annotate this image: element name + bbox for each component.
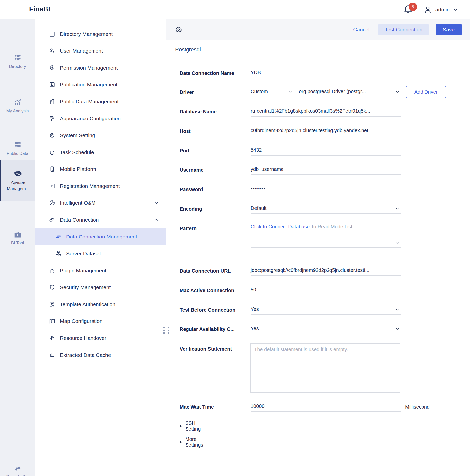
database-name-input[interactable]: ru-central1%2Fb1g8skpblkos03malf3s%2Fetn… xyxy=(251,107,401,117)
directory-list-icon xyxy=(49,31,55,37)
notifications-button[interactable]: 5 xyxy=(403,4,414,16)
sidebar-item-data-connection[interactable]: Data Connection xyxy=(35,211,166,228)
rail-item-my-analysis[interactable]: My Analysis xyxy=(0,98,35,114)
sidebar-item-extracted-data-cache[interactable]: Extracted Data Cache xyxy=(35,347,166,363)
shield-key-icon xyxy=(49,65,55,71)
field-label: Host xyxy=(180,128,250,135)
sidebar-item-label: Data Connection Management xyxy=(66,234,137,240)
sidebar-item-label: System Setting xyxy=(60,132,95,138)
rail-item-system-management[interactable]: System Managem... xyxy=(0,160,35,201)
sidebar-item-task-schedule[interactable]: Task Schedule xyxy=(35,144,166,161)
sidebar-item-intelligent-om[interactable]: Intelligent O&M xyxy=(35,195,166,211)
field-label: Verification Statement xyxy=(180,345,250,352)
sidebar-item-template-authentication[interactable]: Template Authentication xyxy=(35,296,166,313)
sidebar-item-label: Task Schedule xyxy=(60,149,94,155)
max-wait-unit-label: Millisecond xyxy=(405,403,430,410)
sidebar-item-server-dataset[interactable]: Server Dataset xyxy=(35,245,166,262)
host-input[interactable]: c0fbrdjnem92d2p2q5jn.cluster.testing.ydb… xyxy=(251,126,401,136)
password-input[interactable]: •••••••• xyxy=(251,184,401,194)
field-label: Max Active Connection xyxy=(180,287,250,294)
field-label: Encoding xyxy=(180,205,250,212)
ssh-setting-toggle[interactable]: SSH Setting xyxy=(180,420,201,432)
cancel-button[interactable]: Cancel xyxy=(353,27,369,33)
rail-label: System Managem... xyxy=(1,180,35,192)
rail-item-directory[interactable]: Directory xyxy=(0,54,35,70)
sidebar-item-permission-management[interactable]: Permission Management xyxy=(35,59,166,76)
sidebar-item-public-data-management[interactable]: Public Data Management xyxy=(35,93,166,110)
sidebar-item-directory-management[interactable]: Directory Management xyxy=(35,26,166,42)
chevron-down-icon xyxy=(395,241,400,246)
rail-item-recycle-bin[interactable]: Recycle Bin xyxy=(0,464,35,476)
stacked-data-icon xyxy=(13,141,22,149)
field-label: Max Wait Time xyxy=(180,403,250,410)
verification-statement-textarea[interactable] xyxy=(250,343,400,393)
gear-icon xyxy=(49,132,55,139)
notification-badge: 5 xyxy=(409,3,417,11)
sidebar-item-publication-management[interactable]: Publication Management xyxy=(35,76,166,93)
directory-icon xyxy=(13,54,22,62)
test-connection-button[interactable]: Test Connection xyxy=(378,24,429,35)
add-driver-button[interactable]: Add Driver xyxy=(406,86,446,98)
max-active-connection-input[interactable]: 50 xyxy=(251,285,401,295)
org-chart-icon xyxy=(55,250,62,257)
main-content: Cancel Test Connection Save Postgresql D… xyxy=(166,19,470,476)
sidebar-item-registration-management[interactable]: Registration Management xyxy=(35,178,166,195)
user-menu[interactable]: admin xyxy=(423,5,459,14)
sidebar-item-system-setting[interactable]: System Setting xyxy=(35,127,166,144)
data-connection-name-input[interactable]: YDB xyxy=(251,68,401,78)
more-settings-toggle[interactable]: More Settings xyxy=(180,436,203,448)
field-label: Port xyxy=(180,147,250,154)
field-label: Password xyxy=(180,186,250,193)
connection-form: Data Connection Name YDB Driver Custom o… xyxy=(166,60,470,476)
connect-database-link[interactable]: Click to Connect Database xyxy=(251,224,310,229)
chevron-down-icon xyxy=(395,307,400,312)
rail-label: Public Data xyxy=(6,151,29,157)
sidebar-item-plugin-management[interactable]: Plugin Management xyxy=(35,262,166,279)
encoding-select[interactable]: Default xyxy=(251,204,401,214)
sidebar-item-data-connection-management[interactable]: Data Connection Management xyxy=(35,228,166,245)
sidebar-item-map-configuration[interactable]: Map Configuration xyxy=(35,313,166,330)
chevron-up-icon xyxy=(154,217,159,223)
sidebar-item-label: Appearance Configuration xyxy=(60,116,121,121)
sidebar-item-label: Intelligent O&M xyxy=(60,200,96,206)
field-label: Database Name xyxy=(180,108,250,115)
sidebar-item-label: Data Connection xyxy=(60,217,99,223)
sidebar-item-label: Permission Management xyxy=(60,65,118,71)
pattern-select[interactable] xyxy=(251,238,401,248)
regular-availability-select[interactable]: Yes xyxy=(251,324,401,334)
driver-class-select[interactable]: org.postgresql.Driver (postgr... xyxy=(299,87,401,97)
app-header: FineBI 5 admin xyxy=(0,0,470,19)
save-button[interactable]: Save xyxy=(436,24,462,35)
sidebar-resize-handle[interactable] xyxy=(163,327,170,334)
paperclip-icon xyxy=(49,217,55,223)
rail-item-bi-tool[interactable]: BI Tool xyxy=(0,231,35,246)
port-input[interactable]: 5432 xyxy=(251,146,401,156)
sidebar-item-user-management[interactable]: User Management xyxy=(35,42,166,59)
chevron-down-icon xyxy=(453,7,459,13)
rail-item-public-data[interactable]: Public Data xyxy=(0,141,35,157)
doc-plus-icon xyxy=(49,183,55,189)
sidebar-item-security-management[interactable]: Security Management xyxy=(35,279,166,296)
module-rail: Directory My Analysis Public Data xyxy=(0,19,35,476)
max-wait-time-input[interactable]: 10000 xyxy=(251,402,401,412)
pattern-hint-text: To Read Mode List xyxy=(310,224,352,229)
phone-icon xyxy=(49,166,55,172)
sidebar-item-label: Registration Management xyxy=(60,183,120,189)
sidebar-item-mobile-platform[interactable]: Mobile Platform xyxy=(35,161,166,178)
sidebar-item-appearance-configuration[interactable]: Appearance Configuration xyxy=(35,110,166,127)
rail-label: BI Tool xyxy=(11,240,25,246)
chevron-down-icon xyxy=(395,89,400,94)
username-input[interactable]: ydb_username xyxy=(251,165,401,175)
driver-type-select[interactable]: Custom xyxy=(251,87,294,97)
data-connection-url-input[interactable]: jdbc:postgresql://c0fbrdjnem92d2p2q5jn.c… xyxy=(251,266,401,276)
settings-gear-icon[interactable] xyxy=(175,26,182,33)
puzzle-icon xyxy=(49,267,55,274)
field-label: Data Connection Name xyxy=(180,70,250,77)
rail-label: My Analysis xyxy=(6,108,29,114)
test-before-connection-select[interactable]: Yes xyxy=(251,305,401,315)
page-title: Postgresql xyxy=(175,46,201,53)
chevron-down-icon xyxy=(395,326,400,331)
building-icon xyxy=(49,98,55,105)
ssh-setting-label: SSH Setting xyxy=(185,420,201,432)
sidebar-item-resource-handover[interactable]: Resource Handover xyxy=(35,330,166,347)
